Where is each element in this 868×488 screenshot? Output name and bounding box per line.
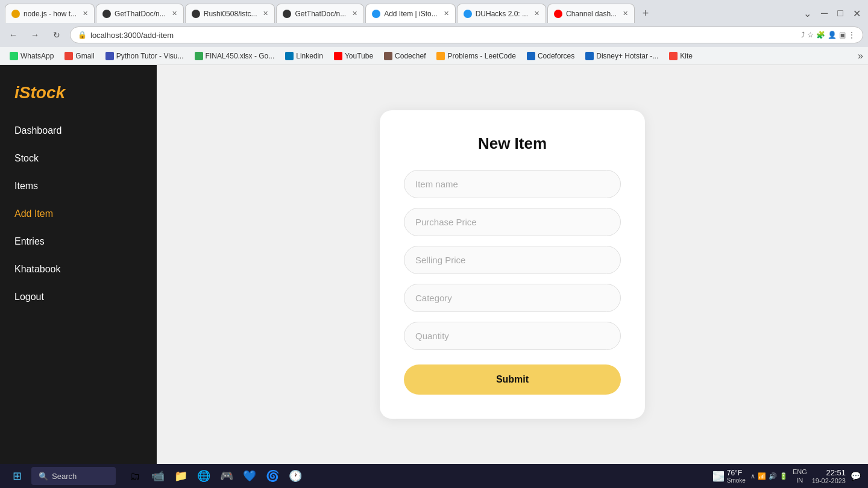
bookmark-favicon <box>285 52 294 60</box>
url-display[interactable]: localhost:3000/add-item <box>90 31 797 40</box>
taskbar-clock: 22:51 19-02-2023 <box>812 468 846 484</box>
taskbar-app-file-explorer[interactable]: 📁 <box>171 466 190 486</box>
sidebar-nav-item-logout[interactable]: Logout <box>0 283 157 311</box>
taskbar-apps: 🗂📹📁🌐🎮💙🌀🕐 <box>125 466 305 486</box>
bookmark-favicon <box>334 52 342 60</box>
browser-tab[interactable]: Rushi0508/istc...✕ <box>185 4 275 23</box>
new-tab-button[interactable]: + <box>637 5 654 22</box>
taskbar-weather: 🌫️ 76°F Smoke <box>712 469 746 484</box>
weather-icon: 🌫️ <box>712 471 725 482</box>
taskbar-lang: ENGIN <box>793 468 807 485</box>
minimize-button[interactable]: ─ <box>819 8 830 19</box>
network-icon: 📶 <box>758 472 766 480</box>
bookmark-favicon <box>64 52 73 60</box>
profile-icon[interactable]: 👤 <box>828 31 837 39</box>
taskbar-app-game[interactable]: 🎮 <box>217 466 236 486</box>
sidebar-nav-item-stock[interactable]: Stock <box>0 145 157 172</box>
tab-close-button[interactable]: ✕ <box>534 10 539 17</box>
notification-icon[interactable]: 💬 <box>851 471 861 481</box>
forward-button[interactable]: → <box>27 27 43 43</box>
taskbar-app-clock[interactable]: 🕐 <box>286 466 305 486</box>
sidebar-nav-item-entries[interactable]: Entries <box>0 228 157 255</box>
tab-list-button[interactable]: ⌄ <box>801 8 814 19</box>
browser-tab[interactable]: Add Item | iSto...✕ <box>365 4 456 23</box>
bookmark-item[interactable]: Disney+ Hotstar -... <box>580 51 663 61</box>
sidebar-logo: iStock <box>0 77 157 117</box>
bookmark-item[interactable]: WhatsApp <box>5 51 58 61</box>
menu-icon[interactable]: ⋮ <box>848 31 855 39</box>
browser-tab[interactable]: Channel dash...✕ <box>547 4 635 23</box>
taskbar-app-browser-edge[interactable]: 🌀 <box>263 466 282 486</box>
category-input[interactable] <box>404 284 621 312</box>
sidebar-nav-item-items[interactable]: Items <box>0 172 157 200</box>
submit-button[interactable]: Submit <box>404 364 621 395</box>
address-bar-actions: ⤴ ☆ 🧩 👤 ▣ ⋮ <box>801 31 855 39</box>
bookmark-item[interactable]: Kite <box>664 51 697 61</box>
item-name-input[interactable] <box>404 170 621 198</box>
bookmark-item[interactable]: Gmail <box>60 51 99 61</box>
browser-chrome: node.js - how t...✕GetThatDoc/n...✕Rushi… <box>0 0 868 65</box>
share-icon[interactable]: ⤴ <box>801 31 805 39</box>
tab-bar: node.js - how t...✕GetThatDoc/n...✕Rushi… <box>0 0 868 23</box>
taskbar-app-vscode[interactable]: 💙 <box>240 466 259 486</box>
bookmark-favicon <box>384 52 392 60</box>
extensions-icon[interactable]: 🧩 <box>816 31 825 39</box>
search-label: Search <box>52 472 77 481</box>
game-icon: 🎮 <box>220 469 233 483</box>
browser-tab[interactable]: GetThatDoc/n...✕ <box>276 4 364 23</box>
browser-tab[interactable]: GetThatDoc/n...✕ <box>96 4 184 23</box>
browser-tab[interactable]: node.js - how t...✕ <box>5 4 95 23</box>
bookmarks-more[interactable]: » <box>858 51 863 61</box>
taskbar-app-browser-chrome[interactable]: 🌐 <box>194 466 213 486</box>
weather-temp: 76°F <box>727 469 746 477</box>
task-view-icon: 🗂 <box>130 470 140 483</box>
bookmark-item[interactable]: Linkedin <box>280 51 328 61</box>
app-layout: iStock DashboardStockItemsAdd ItemEntrie… <box>0 65 868 464</box>
bookmark-item[interactable]: Problems - LeetCode <box>432 51 520 61</box>
file-explorer-icon: 📁 <box>174 469 187 483</box>
tab-close-button[interactable]: ✕ <box>263 10 268 17</box>
reload-button[interactable]: ↻ <box>48 27 65 43</box>
tab-close-button[interactable]: ✕ <box>444 10 449 17</box>
taskbar-sys-icons: ∧ 📶 🔊 🔋 <box>750 472 788 480</box>
browser-tab[interactable]: DUHacks 2.0: ...✕ <box>457 4 546 23</box>
form-title: New Item <box>404 134 621 153</box>
vscode-icon: 💙 <box>243 469 256 483</box>
sidebar-nav-item-dashboard[interactable]: Dashboard <box>0 117 157 145</box>
sidebar-nav-item-add-item[interactable]: Add Item <box>0 200 157 228</box>
tab-close-button[interactable]: ✕ <box>172 10 177 17</box>
chevron-up-icon[interactable]: ∧ <box>750 472 755 480</box>
taskbar-app-video-call[interactable]: 📹 <box>148 466 168 486</box>
tab-close-button[interactable]: ✕ <box>352 10 357 17</box>
add-item-form-card: New Item Submit <box>380 110 645 419</box>
sidebar-toggle[interactable]: ▣ <box>839 31 846 39</box>
bookmark-item[interactable]: Codechef <box>379 51 430 61</box>
address-bar[interactable]: 🔒 localhost:3000/add-item ⤴ ☆ 🧩 👤 ▣ ⋮ <box>70 27 863 43</box>
bookmark-favicon <box>10 52 18 60</box>
bookmark-favicon <box>195 52 203 60</box>
taskbar-app-task-view[interactable]: 🗂 <box>125 466 145 486</box>
bookmark-item[interactable]: YouTube <box>329 51 378 61</box>
tab-close-button[interactable]: ✕ <box>623 10 628 17</box>
selling-price-input[interactable] <box>404 246 621 274</box>
quantity-input[interactable] <box>404 322 621 350</box>
sidebar-nav: DashboardStockItemsAdd ItemEntriesKhatab… <box>0 117 157 311</box>
clock-time: 22:51 <box>812 468 846 477</box>
back-button[interactable]: ← <box>5 27 22 43</box>
bookmark-favicon <box>669 52 678 60</box>
bookmark-favicon <box>527 52 535 60</box>
bookmark-item[interactable]: FINAL450.xlsx - Go... <box>190 51 280 61</box>
close-button[interactable]: ✕ <box>851 8 863 19</box>
bookmark-icon[interactable]: ☆ <box>807 31 814 39</box>
weather-info: 76°F Smoke <box>727 469 746 484</box>
purchase-price-input[interactable] <box>404 208 621 236</box>
sidebar-nav-item-khatabook[interactable]: Khatabook <box>0 255 157 283</box>
tab-close-button[interactable]: ✕ <box>83 10 88 17</box>
bookmark-item[interactable]: Python Tutor - Visu... <box>101 51 189 61</box>
bookmarks-bar: WhatsAppGmailPython Tutor - Visu...FINAL… <box>0 47 868 65</box>
bookmark-item[interactable]: Codeforces <box>522 51 579 61</box>
maximize-button[interactable]: □ <box>835 8 846 19</box>
sidebar: iStock DashboardStockItemsAdd ItemEntrie… <box>0 65 157 464</box>
taskbar-search[interactable]: 🔍 Search <box>31 467 116 485</box>
start-button[interactable]: ⊞ <box>7 466 27 486</box>
